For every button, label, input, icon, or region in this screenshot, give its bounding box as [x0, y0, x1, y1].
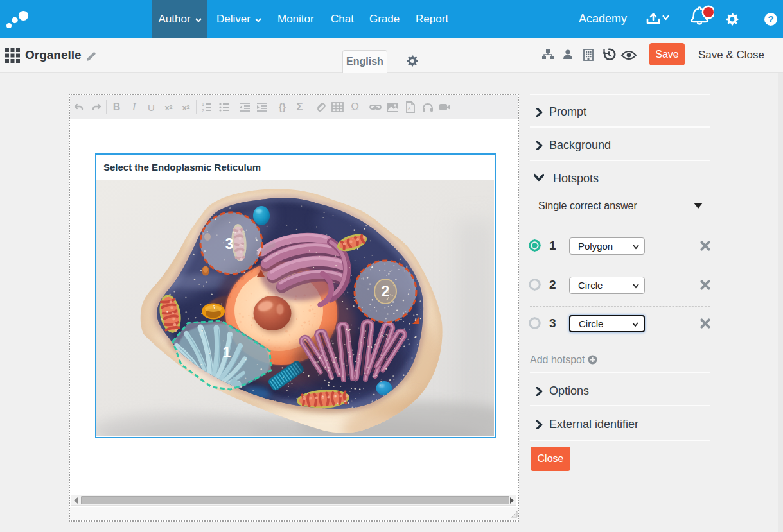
svg-text:1: 1 [223, 344, 231, 361]
svg-text:3: 3 [225, 236, 234, 252]
svg-text:A: A [408, 107, 410, 110]
svg-text:2: 2 [382, 283, 390, 300]
svg-text:1: 1 [202, 102, 204, 107]
svg-text:2: 2 [202, 108, 204, 113]
